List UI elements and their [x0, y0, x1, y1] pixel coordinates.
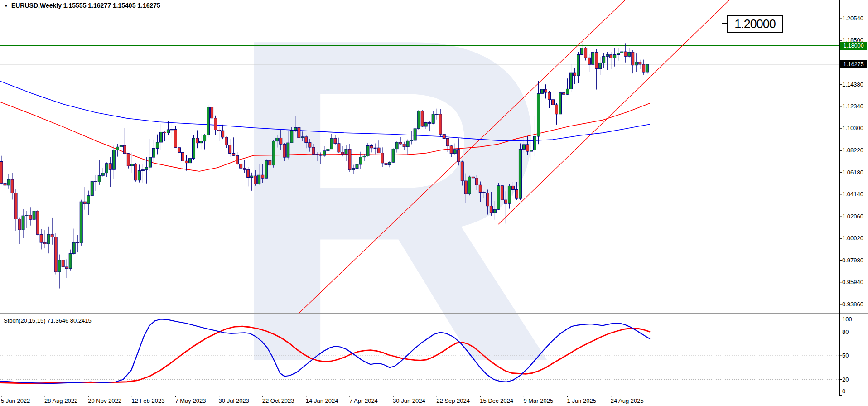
candle: [632, 52, 634, 65]
candle: [464, 181, 467, 194]
candle: [159, 132, 162, 142]
chart-canvas[interactable]: [0, 0, 868, 406]
candle: [327, 149, 329, 151]
candle: [548, 92, 551, 100]
chart-title: ▼ EURUSD,Weekly 1.15555 1.16277 1.15405 …: [4, 2, 160, 9]
time-tick-label: 22 Sep 2024: [436, 397, 470, 404]
candle: [468, 177, 471, 194]
candle: [43, 242, 46, 244]
candle: [519, 149, 521, 198]
candle: [584, 48, 587, 58]
chart-expand-icon[interactable]: ▼: [4, 4, 8, 8]
candle: [472, 177, 474, 178]
candle: [247, 169, 250, 177]
stochastic-gridlines: [0, 332, 839, 380]
candle: [501, 186, 503, 200]
candle: [497, 186, 500, 210]
candle: [646, 64, 649, 72]
candle: [200, 141, 203, 143]
candle: [14, 193, 17, 219]
candle: [613, 54, 616, 58]
moving-averages: [0, 81, 650, 171]
candle: [18, 219, 21, 230]
candle: [152, 148, 155, 157]
candle: [225, 137, 228, 145]
stochastic-lines: [0, 319, 650, 384]
candle: [537, 93, 540, 136]
candle: [319, 155, 322, 155]
horizontal-lines[interactable]: [0, 46, 839, 64]
candle: [163, 132, 166, 133]
time-tick-label: 14 Jan 2024: [306, 397, 338, 404]
candle: [345, 149, 347, 154]
candle: [98, 175, 101, 182]
candle: [323, 151, 326, 155]
price-target-label[interactable]: 1.20000: [727, 15, 783, 33]
candle: [25, 215, 28, 216]
candle: [69, 254, 72, 269]
candle: [58, 260, 61, 272]
candle: [229, 145, 231, 153]
candle: [261, 175, 264, 178]
candle: [134, 164, 137, 180]
candle: [395, 142, 398, 149]
chart-frame: [0, 0, 868, 397]
candle: [606, 55, 609, 57]
candle: [170, 130, 173, 130]
candle: [36, 211, 39, 235]
candle: [574, 72, 576, 76]
candle: [76, 242, 79, 243]
candle: [403, 144, 405, 147]
candle: [116, 147, 119, 150]
candle: [243, 168, 246, 169]
price-tick-label: 1.04140: [842, 191, 863, 198]
price-tick-label: 1.10300: [842, 125, 863, 131]
candle: [240, 164, 242, 168]
symbol-ohlc-title: EURUSD,Weekly 1.15555 1.16277 1.15405 1.…: [11, 2, 160, 9]
candle: [399, 142, 402, 144]
candle: [287, 143, 289, 157]
time-tick-label: 1 Jun 2025: [567, 397, 596, 404]
candle: [218, 130, 221, 131]
candle: [388, 162, 391, 164]
candle: [511, 186, 514, 189]
stoch-tick-label: 20: [842, 376, 849, 383]
candle: [80, 202, 82, 243]
price-tick-label: 0.97980: [842, 257, 863, 264]
candle: [424, 122, 427, 126]
candle: [40, 234, 43, 242]
candle: [493, 209, 496, 213]
candle: [446, 138, 449, 146]
candle: [552, 100, 555, 105]
time-tick-label: 22 Oct 2023: [262, 397, 294, 404]
candle: [610, 55, 612, 58]
candle: [603, 56, 605, 63]
candle: [439, 114, 442, 134]
stoch-tick-label: 80: [842, 329, 849, 335]
price-tick-label: 1.18500: [842, 37, 863, 44]
stochastic-indicator-label: Stoch(20,15,15) 71.3646 80.2415: [4, 317, 92, 324]
candle: [254, 176, 257, 184]
candle: [236, 155, 239, 164]
candle: [595, 52, 598, 68]
candle: [258, 175, 260, 184]
candle: [421, 111, 424, 126]
price-tick-label: 1.16440: [842, 59, 863, 66]
candle: [72, 242, 75, 254]
candle: [167, 130, 169, 133]
candle: [490, 206, 492, 213]
candle: [47, 234, 50, 244]
candle: [312, 147, 315, 154]
candle: [334, 138, 337, 144]
candle: [178, 148, 180, 153]
candle: [515, 189, 518, 198]
candle: [566, 89, 569, 94]
candle: [309, 143, 311, 147]
price-tick-label: 0.93860: [842, 301, 863, 308]
candlesticks[interactable]: [0, 33, 649, 288]
candle: [269, 160, 271, 165]
candle: [138, 171, 140, 180]
candle: [4, 183, 6, 185]
candle: [414, 129, 416, 140]
candle: [101, 173, 104, 176]
